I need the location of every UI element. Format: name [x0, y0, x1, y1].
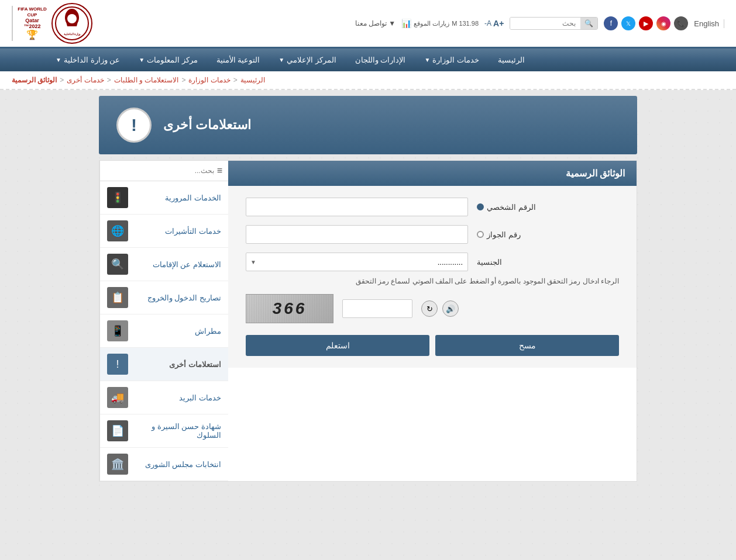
chevron-down-icon-3: ▼ [139, 57, 145, 63]
sidebar-item-mail-label: خدمات البريد [133, 393, 221, 402]
nav-link-depts[interactable]: الإدارات واللجان [346, 49, 415, 71]
nav-item-home[interactable]: الرئيسية [489, 49, 534, 71]
captcha-input[interactable] [342, 299, 412, 318]
dropdown-arrow-icon: ▼ [388, 19, 395, 27]
sidebar-item-residence-label: الاستعلام عن الإقامات [133, 260, 221, 269]
exclamation-icon: ! [131, 115, 137, 135]
main-nav: الرئيسية خدمات الوزارة ▼ الإدارات واللجا… [0, 49, 736, 71]
contact-link[interactable]: ▼ تواصل معنا [355, 19, 395, 27]
font-minus-btn[interactable]: A- [484, 19, 491, 27]
visits-label: زيارات الموقع [414, 20, 449, 27]
sidebar-item-shura-label: انتخابات مجلس الشورى [133, 460, 221, 469]
form-header: الوثائق الرسمية [228, 161, 637, 186]
sidebar-item-residence[interactable]: الاستعلام عن الإقامات 🔍 [100, 248, 228, 281]
sidebar: ≡ الخدمات المرورية 🚦 خدمات التأشيرات 🌐 ا… [99, 161, 228, 481]
top-bar-controls: English 📞 ◉ ▶ 𝕏 f 🔍 +A A- 131.98 M زيارا… [355, 16, 724, 30]
breadcrumb-inquiries[interactable]: الاستعلامات و الطلبات [114, 76, 179, 84]
audio-captcha-btn[interactable]: 🔊 [442, 300, 459, 317]
content-area: الوثائق الرسمية الرقم الشخصي رقم الجواز [99, 160, 637, 482]
nationality-label: الجنسية [477, 258, 502, 267]
nav-link-awareness[interactable]: التوعية الأمنية [207, 49, 270, 71]
english-link[interactable]: English [694, 19, 724, 28]
social-icons: 📞 ◉ ▶ 𝕏 f [604, 16, 688, 30]
nationality-select[interactable]: ............ [246, 253, 468, 271]
passport-input[interactable] [246, 225, 468, 244]
nav-link-info[interactable]: مركز المعلومات ▼ [129, 49, 207, 71]
sidebar-item-metrash-label: مطراش [133, 327, 221, 336]
shura-icon: 🏛️ [107, 454, 128, 475]
breadcrumb-sep-3: < [107, 76, 111, 84]
nav-item-info[interactable]: مركز المعلومات ▼ [129, 49, 207, 71]
search-button[interactable]: 🔍 [580, 18, 597, 29]
search-bar: 🔍 [510, 17, 598, 30]
personal-id-row: الرقم الشخصي [246, 198, 619, 216]
personal-id-input[interactable] [246, 198, 468, 216]
breadcrumb-other-services[interactable]: خدمات أخرى [67, 76, 104, 84]
refresh-captcha-btn[interactable]: ↻ [421, 300, 438, 317]
sidebar-item-entry[interactable]: تصاريح الدخول والخروج 📋 [100, 281, 228, 314]
top-logo-bar: English 📞 ◉ ▶ 𝕏 f 🔍 +A A- 131.98 M زيارا… [0, 0, 736, 49]
youtube-icon[interactable]: ▶ [639, 16, 653, 30]
passport-label: رقم الجواز [477, 230, 521, 239]
qatar-logo: وزارة الداخلية [51, 3, 92, 44]
sidebar-item-visa[interactable]: خدمات التأشيرات 🌐 [100, 215, 228, 248]
nav-item-media[interactable]: المركز الإعلامي ▼ [269, 49, 346, 71]
font-plus-btn[interactable]: +A [493, 19, 504, 28]
menu-icon[interactable]: ≡ [217, 165, 222, 176]
sidebar-item-other-inquiries[interactable]: استعلامات أخرى ! [100, 348, 228, 381]
passport-radio[interactable] [477, 231, 484, 238]
visa-icon: 🌐 [107, 220, 128, 241]
breadcrumb-official-docs[interactable]: الوثائق الرسمية [12, 76, 57, 84]
sidebar-search: ≡ [100, 161, 228, 181]
svg-point-3 [67, 14, 77, 23]
chart-icon: 📊 [401, 19, 411, 28]
page-header-icon: ! [116, 108, 152, 143]
sidebar-search-input[interactable] [106, 167, 214, 175]
breadcrumb-sep-4: < [60, 76, 64, 84]
sidebar-item-mail[interactable]: خدمات البريد 🚚 [100, 381, 228, 414]
nav-item-awareness[interactable]: التوعية الأمنية [207, 49, 270, 71]
phone-icon[interactable]: 📞 [674, 16, 688, 30]
nav-dropdown-media: المركز الإعلامي ▼ [278, 56, 336, 64]
chevron-down-icon-2: ▼ [278, 57, 284, 63]
metrash-icon: 📱 [107, 320, 128, 341]
nav-item-services[interactable]: خدمات الوزارة ▼ [415, 49, 489, 71]
instagram-icon[interactable]: ◉ [656, 16, 670, 30]
sidebar-item-traffic[interactable]: الخدمات المرورية 🚦 [100, 181, 228, 215]
breadcrumb-sep-1: < [233, 76, 238, 84]
twitter-icon[interactable]: 𝕏 [621, 16, 635, 30]
nationality-select-wrapper: ............ [246, 253, 468, 271]
sidebar-item-visa-label: خدمات التأشيرات [133, 227, 221, 236]
sidebar-item-conduct[interactable]: شهادة حسن السيرة و السلوك 📄 [100, 414, 228, 448]
chevron-down-icon: ▼ [424, 57, 430, 63]
clear-button[interactable]: مسح [435, 335, 619, 356]
sidebar-item-entry-label: تصاريح الدخول والخروج [133, 293, 221, 302]
nav-link-media[interactable]: المركز الإعلامي ▼ [269, 49, 346, 71]
search-input[interactable] [510, 18, 580, 29]
captcha-controls: 🔊 ↻ [421, 300, 459, 317]
visits-count: 131.98 M [452, 20, 479, 27]
refresh-icon: ↻ [427, 305, 433, 313]
form-body: الرقم الشخصي رقم الجواز الجنسية [228, 186, 637, 368]
fifa-logo: FIFA WORLD CUP Qatar 2022™ 🏆 [12, 6, 47, 41]
breadcrumb-services[interactable]: خدمات الوزارة [188, 76, 230, 84]
nav-link-home[interactable]: الرئيسية [489, 49, 534, 71]
nav-item-about[interactable]: عن وزارة الداخلية ▼ [46, 49, 129, 71]
facebook-icon[interactable]: f [604, 16, 618, 30]
nav-link-services[interactable]: خدمات الوزارة ▼ [415, 49, 489, 71]
breadcrumb-bar: الرئيسية < خدمات الوزارة < الاستعلامات و… [0, 71, 736, 90]
visits-counter: 131.98 M زيارات الموقع 📊 [401, 19, 479, 28]
personal-id-radio[interactable] [477, 203, 484, 210]
nav-link-about[interactable]: عن وزارة الداخلية ▼ [46, 49, 129, 71]
sidebar-item-shura[interactable]: انتخابات مجلس الشورى 🏛️ [100, 448, 228, 481]
page-title: استعلامات أخرى [163, 117, 251, 133]
breadcrumb-home[interactable]: الرئيسية [240, 76, 265, 84]
nav-item-depts[interactable]: الإدارات واللجان [346, 49, 415, 71]
personal-id-label: الرقم الشخصي [477, 203, 536, 212]
query-button[interactable]: استعلم [246, 335, 429, 356]
captcha-hint: الرجاء ادخال رمز التحقق الموجود بالصورة … [246, 277, 619, 285]
speaker-icon: 🔊 [446, 305, 455, 313]
svg-text:وزارة الداخلية: وزارة الداخلية [64, 32, 81, 36]
breadcrumb: الرئيسية < خدمات الوزارة < الاستعلامات و… [12, 76, 724, 84]
sidebar-item-metrash[interactable]: مطراش 📱 [100, 314, 228, 348]
